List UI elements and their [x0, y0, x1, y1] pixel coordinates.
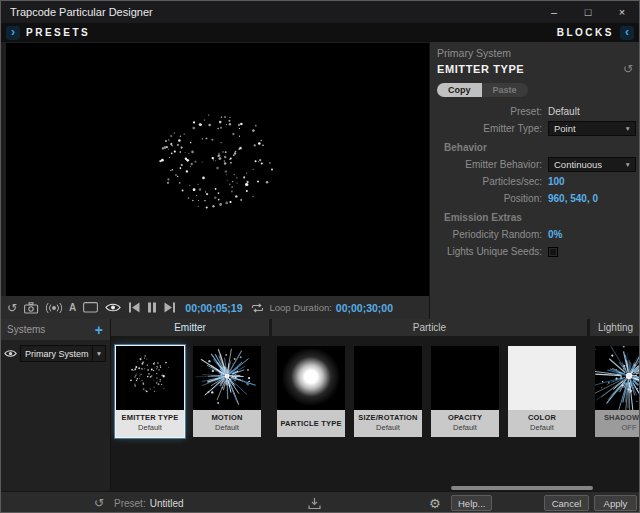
block-size-rotation[interactable]: SIZE/ROTATION Default	[354, 346, 422, 437]
block-group-emitter: Emitter EMITTER TYPE Default MOTION Defa…	[111, 319, 269, 491]
block-color[interactable]: COLOR Default	[508, 346, 576, 437]
group-header-particle[interactable]: Particle	[272, 319, 587, 336]
system-visibility-toggle[interactable]	[4, 349, 17, 358]
emitter-behavior-label: Emitter Behavior:	[430, 159, 548, 170]
lights-unique-seeds-checkbox[interactable]	[548, 247, 558, 257]
snapshot-button[interactable]	[24, 302, 39, 314]
letter-a-icon: A	[69, 302, 76, 313]
block-title: MOTION	[193, 413, 261, 422]
position-value[interactable]: 960, 540, 0	[548, 193, 598, 204]
inspector-panel: Primary System EMITTER TYPE ↺ Copy Paste…	[429, 42, 640, 319]
current-timecode[interactable]: 00;00;05;19	[185, 302, 242, 314]
help-button[interactable]: Help...	[451, 495, 492, 511]
preset-name: Preset: Untitled	[114, 492, 184, 513]
presets-label: PRESETS	[26, 27, 90, 38]
copy-button[interactable]: Copy	[437, 83, 482, 97]
block-group-particle: Particle PARTICLE TYPE SIZE/ROTATION Def…	[272, 319, 587, 491]
footer-preset-label: Preset:	[114, 498, 146, 509]
reset-icon: ↺	[623, 62, 633, 76]
particles-sec-value[interactable]: 100	[548, 176, 565, 187]
block-title: COLOR	[508, 413, 576, 422]
emitter-type-dropdown[interactable]: Point ▼	[548, 121, 636, 136]
footer-preset-value[interactable]: Untitled	[150, 498, 184, 509]
presets-button[interactable]: › PRESETS	[6, 26, 90, 40]
next-frame-button[interactable]	[164, 302, 176, 313]
position-label: Position:	[430, 193, 548, 204]
emitter-behavior-dropdown[interactable]: Continuous ▼	[548, 157, 636, 172]
refresh-button[interactable]: ↺	[7, 302, 17, 314]
motion-blur-button[interactable]	[46, 302, 62, 314]
apply-button[interactable]: Apply	[594, 495, 637, 511]
preset-value[interactable]: Default	[548, 106, 580, 117]
block-shadowlet[interactable]: SHADOWLET OFF	[595, 346, 640, 437]
horizontal-scrollbar[interactable]	[451, 486, 593, 490]
block-group-lighting: Lighting SHADOWLET OFF	[590, 319, 640, 491]
block-particle-type-thumbnail	[277, 346, 345, 410]
visibility-button[interactable]	[105, 302, 121, 313]
periodicity-random-label: Periodicity Random:	[430, 229, 548, 240]
block-emitter-type-thumbnail	[116, 346, 184, 410]
close-button[interactable]: ×	[605, 1, 639, 23]
minimize-button[interactable]: –	[537, 1, 571, 23]
systems-header: Systems +	[1, 319, 110, 340]
particles-sec-label: Particles/sec:	[430, 176, 548, 187]
display-button[interactable]	[83, 302, 98, 313]
chevron-down-icon: ▼	[621, 125, 635, 132]
next-frame-icon	[164, 302, 176, 313]
behavior-section-header: Behavior	[444, 142, 640, 153]
window-title: Trapcode Particular Designer	[10, 6, 153, 18]
blocks-button[interactable]: BLOCKS ‹	[557, 26, 634, 40]
prev-frame-button[interactable]	[128, 302, 140, 313]
maximize-icon: □	[585, 6, 592, 18]
chevron-down-icon: ▼	[92, 346, 105, 361]
reset-block-button[interactable]: ↺	[623, 62, 633, 76]
footer-bar: ↺ Preset: Untitled ⚙ Help... Cancel Appl…	[1, 491, 640, 513]
group-label-lighting: Lighting	[598, 322, 633, 333]
paste-button[interactable]: Paste	[482, 83, 528, 97]
minimize-icon: –	[551, 6, 557, 18]
block-motion[interactable]: MOTION Default	[193, 346, 261, 437]
systems-title: Systems	[7, 324, 45, 335]
block-label: PARTICLE TYPE	[277, 410, 345, 437]
cancel-button[interactable]: Cancel	[544, 495, 589, 511]
system-select-dropdown[interactable]: Primary System ▼	[20, 345, 106, 362]
block-particle-type[interactable]: PARTICLE TYPE	[277, 346, 345, 437]
preview-viewport[interactable]	[6, 43, 429, 296]
group-label-particle: Particle	[413, 322, 446, 333]
group-header-emitter[interactable]: Emitter	[111, 319, 269, 336]
settings-button[interactable]: ⚙	[429, 492, 441, 513]
block-opacity-thumbnail	[431, 346, 499, 410]
save-preset-button[interactable]	[307, 492, 322, 513]
loop-toggle-button[interactable]	[250, 302, 265, 314]
systems-panel: Systems + Primary System ▼	[1, 319, 111, 491]
block-title: EMITTER TYPE	[116, 413, 184, 422]
motion-blur-icon	[46, 302, 62, 314]
pause-button[interactable]	[147, 302, 157, 313]
lights-unique-seeds-label: Lights Unique Seeds:	[430, 246, 548, 257]
block-emitter-type[interactable]: EMITTER TYPE Default	[116, 346, 184, 437]
blocks-label: BLOCKS	[557, 27, 614, 38]
chevron-down-icon: ▼	[621, 161, 635, 168]
reset-preset-button[interactable]: ↺	[94, 492, 104, 513]
gear-icon: ⚙	[429, 496, 441, 511]
camera-icon	[24, 302, 39, 314]
loop-duration-value[interactable]: 00;00;30;00	[336, 302, 393, 314]
prev-frame-icon	[128, 302, 140, 313]
copy-paste-segment: Copy Paste	[437, 83, 528, 97]
display-icon	[83, 302, 98, 313]
block-title: PARTICLE TYPE	[277, 413, 345, 428]
window-controls: – □ ×	[537, 1, 639, 23]
periodicity-random-value[interactable]: 0%	[548, 229, 562, 240]
maximize-button[interactable]: □	[571, 1, 605, 23]
block-opacity[interactable]: OPACITY Default	[431, 346, 499, 437]
pause-icon	[147, 302, 157, 313]
block-subtitle: Default	[354, 423, 422, 432]
close-icon: ×	[619, 6, 625, 18]
emitter-type-value: Point	[554, 123, 576, 134]
preset-label: Preset:	[430, 106, 548, 117]
group-header-lighting[interactable]: Lighting	[590, 319, 640, 336]
action-safe-button[interactable]: A	[69, 302, 76, 313]
emitter-type-label: Emitter Type:	[430, 123, 548, 134]
add-system-button[interactable]: +	[95, 323, 103, 337]
block-subtitle: Default	[431, 423, 499, 432]
